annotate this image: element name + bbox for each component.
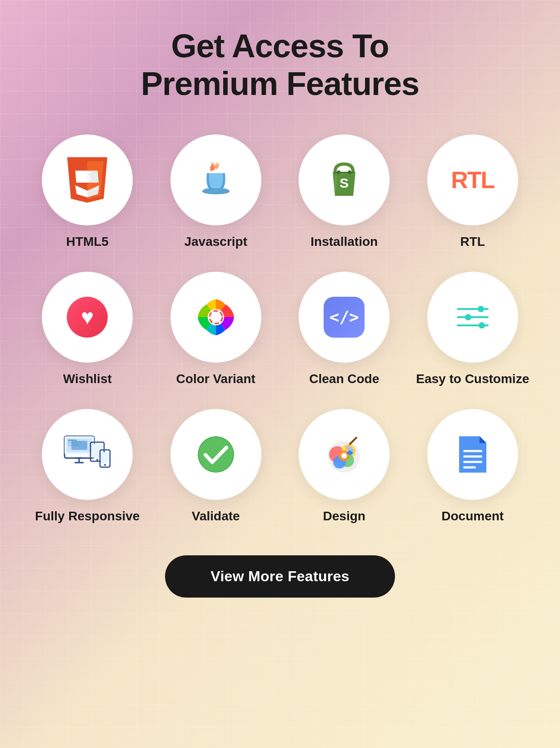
feature-icon-circle-wishlist [42, 272, 133, 363]
svg-text:S: S [340, 175, 349, 190]
feature-icon-circle-javascript [170, 135, 261, 225]
feature-document: Document [415, 409, 530, 524]
feature-icon-circle-validate [170, 409, 261, 500]
feature-icon-circle-design [299, 409, 390, 500]
svg-rect-43 [463, 450, 482, 452]
feature-installation: S Installation [287, 135, 402, 249]
feature-label-fully-responsive: Fully Responsive [35, 509, 140, 524]
feature-icon-circle-document [427, 409, 518, 500]
svg-point-25 [96, 459, 98, 461]
javascript-icon [198, 160, 234, 200]
svg-rect-31 [68, 444, 79, 446]
page-title: Get Access To Premium Features [141, 27, 419, 103]
slider-dot-1 [478, 306, 484, 312]
svg-text:5: 5 [84, 169, 91, 184]
slider-line-3 [457, 324, 489, 326]
feature-icon-circle-clean-code: </> [299, 272, 390, 363]
feature-icon-circle-fully-responsive [42, 409, 133, 500]
slider-dot-2 [465, 314, 471, 320]
feature-wishlist: Wishlist [30, 272, 145, 386]
feature-color-variant: Color Variant [159, 272, 274, 386]
feature-label-easy-to-customize: Easy to Customize [416, 372, 529, 386]
feature-fully-responsive: Fully Responsive [30, 409, 145, 524]
feature-label-validate: Validate [192, 509, 240, 524]
svg-point-28 [104, 464, 106, 466]
feature-validate: Validate [159, 409, 274, 524]
rtl-icon: RTL [451, 166, 494, 194]
svg-rect-45 [463, 461, 482, 463]
html5-icon: 5 [67, 157, 108, 203]
feature-icon-circle-color-variant [170, 272, 261, 363]
feature-html5: 5 HTML5 [30, 135, 145, 249]
svg-rect-29 [68, 439, 77, 441]
svg-point-40 [341, 453, 347, 459]
feature-icon-circle-installation: S [299, 135, 390, 225]
slider-line-2 [457, 316, 489, 318]
feature-icon-circle-easy-to-customize [427, 272, 518, 363]
validate-icon [195, 434, 236, 475]
svg-line-41 [350, 438, 356, 444]
wishlist-icon [67, 297, 108, 338]
svg-rect-44 [463, 455, 482, 458]
document-icon [457, 434, 489, 475]
feature-label-html5: HTML5 [66, 234, 109, 249]
feature-icon-circle-rtl: RTL [427, 135, 518, 225]
svg-point-12 [348, 170, 351, 174]
color-wheel-icon [195, 297, 236, 338]
devices-icon [62, 434, 112, 475]
shopify-icon: S [326, 160, 362, 200]
slider-track-3 [457, 324, 489, 326]
feature-label-javascript: Javascript [184, 234, 247, 249]
feature-label-installation: Installation [310, 234, 378, 249]
feature-label-design: Design [323, 509, 365, 524]
slider-line-1 [457, 308, 489, 310]
slider-track-1 [457, 308, 489, 310]
feature-label-wishlist: Wishlist [63, 372, 112, 386]
feature-easy-to-customize: Easy to Customize [415, 272, 530, 386]
svg-point-11 [337, 170, 340, 174]
feature-design: Design [287, 409, 402, 524]
feature-label-rtl: RTL [460, 234, 485, 249]
svg-rect-27 [101, 452, 109, 463]
feature-rtl: RTL RTL [415, 135, 530, 249]
slider-track-2 [457, 316, 489, 318]
clean-code-icon: </> [324, 297, 365, 338]
view-more-button[interactable]: View More Features [165, 555, 395, 598]
slider-dot-3 [479, 322, 485, 329]
svg-rect-30 [68, 442, 81, 444]
svg-rect-46 [463, 466, 476, 469]
feature-label-document: Document [441, 509, 504, 524]
sliders-icon [457, 308, 489, 326]
features-grid: 5 HTML5 Javascript [30, 135, 530, 524]
design-icon [324, 434, 365, 475]
feature-label-color-variant: Color Variant [176, 372, 255, 386]
feature-javascript: Javascript [159, 135, 274, 249]
feature-icon-circle-html5: 5 [42, 135, 133, 225]
feature-clean-code: </> Clean Code [287, 272, 402, 386]
feature-label-clean-code: Clean Code [309, 372, 379, 386]
